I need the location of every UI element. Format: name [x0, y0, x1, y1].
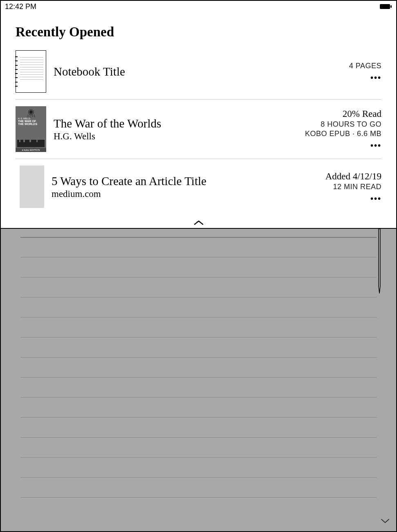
- stylus-icon: [377, 229, 381, 294]
- item-info: The War of the Worlds H.G. Wells: [54, 116, 297, 142]
- item-meta: Added 4/12/19 12 MIN READ •••: [317, 171, 381, 203]
- section-title: Recently Opened: [16, 25, 381, 40]
- meta-progress: 20% Read: [343, 109, 381, 119]
- item-info: Notebook Title: [54, 65, 341, 79]
- cover-title-1: THE WAR OF: [18, 120, 36, 123]
- item-author: H.G. Wells: [54, 131, 297, 142]
- list-item-article[interactable]: 5 Ways to Create an Article Title medium…: [16, 159, 381, 215]
- clock-time: 12:42 PM: [5, 2, 36, 11]
- meta-added: Added 4/12/19: [325, 171, 381, 182]
- cover-edition: a kobo EDITION: [16, 148, 46, 152]
- svg-rect-1: [390, 5, 392, 8]
- cover-title-2: THE WORLDS: [18, 123, 37, 125]
- meta-timeleft: 8 HOURS TO GO: [321, 120, 381, 129]
- battery-icon: [380, 4, 392, 9]
- item-title: The War of the Worlds: [54, 116, 297, 131]
- status-bar: 12:42 PM: [1, 1, 396, 12]
- item-meta: 4 PAGES •••: [341, 62, 381, 82]
- expand-panel-button[interactable]: [381, 518, 390, 524]
- notebook-canvas[interactable]: [1, 229, 396, 531]
- lined-paper: [20, 237, 377, 531]
- svg-rect-0: [380, 4, 390, 9]
- list-item-notebook[interactable]: Notebook Title 4 PAGES •••: [16, 47, 381, 100]
- book-cover-thumbnail: ◉ / / | | \\ \\ H. G. WELLS THE WAR OF T…: [16, 106, 46, 152]
- more-options-icon[interactable]: •••: [370, 141, 381, 150]
- more-options-icon[interactable]: •••: [370, 194, 381, 203]
- list-item-book[interactable]: ◉ / / | | \\ \\ H. G. WELLS THE WAR OF T…: [16, 100, 381, 159]
- article-thumbnail: [20, 165, 44, 208]
- notebook-thumbnail: [16, 50, 46, 93]
- item-title: 5 Ways to Create an Article Title: [52, 174, 215, 188]
- more-options-icon[interactable]: •••: [370, 74, 381, 82]
- item-info: 5 Ways to Create an Article Title medium…: [52, 174, 317, 200]
- item-source: medium.com: [52, 189, 317, 199]
- meta-format: KOBO EPUB · 6.6 MB: [305, 130, 381, 138]
- item-title: Notebook Title: [54, 65, 341, 79]
- meta-pages: 4 PAGES: [349, 62, 381, 70]
- panel-content: Recently Opened Notebook Title 4 PAGES •…: [1, 12, 396, 215]
- recently-opened-panel: 12:42 PM Recently Opened Notebook Title …: [1, 1, 396, 229]
- meta-readtime: 12 MIN READ: [333, 183, 381, 191]
- collapse-panel-button[interactable]: [194, 220, 204, 226]
- item-meta: 20% Read 8 HOURS TO GO KOBO EPUB · 6.6 M…: [297, 109, 381, 150]
